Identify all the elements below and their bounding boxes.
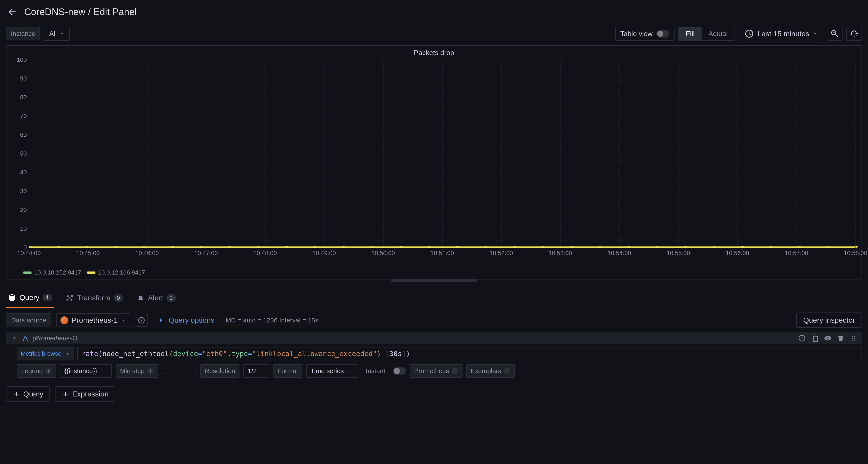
datasource-name: Prometheus-1	[72, 316, 118, 324]
format-select[interactable]: Time series	[306, 364, 358, 378]
chevron-down-icon	[10, 334, 18, 342]
time-range-label: Last 15 minutes	[757, 30, 809, 38]
trash-icon[interactable]	[837, 334, 845, 342]
refresh-icon	[849, 29, 859, 38]
panel-resize-handle[interactable]	[6, 279, 862, 283]
chevron-down-icon	[347, 369, 351, 373]
x-tick: 10:58:00	[844, 250, 867, 257]
tab-transform[interactable]: Transform 0	[64, 291, 125, 307]
eye-icon[interactable]	[824, 334, 832, 342]
chart-legend: 10.0.10.252:941710.0.12.166:9417	[6, 267, 862, 279]
x-tick: 10:48:00	[253, 250, 277, 257]
legend-item[interactable]: 10.0.10.252:9417	[23, 269, 81, 276]
variable-value: All	[49, 30, 57, 38]
x-tick: 10:49:00	[312, 250, 336, 257]
clock-icon	[744, 29, 754, 38]
arrow-left-icon	[7, 7, 17, 17]
chart-panel: Packets drop 0102030405060708090100 10:4…	[6, 45, 862, 279]
svg-point-4	[852, 336, 853, 337]
legend-label: Legend i	[17, 364, 56, 378]
tab-transform-count: 0	[114, 294, 123, 302]
query-row-header[interactable]: A (Prometheus-1) ?	[6, 332, 862, 344]
x-tick: 10:56:00	[726, 250, 749, 257]
transform-icon	[66, 294, 74, 302]
x-tick: 10:46:00	[135, 250, 159, 257]
resolution-select[interactable]: 1/2	[243, 364, 269, 378]
query-ref-id: A	[23, 334, 28, 342]
query-options-toggle[interactable]: Query options	[153, 313, 219, 327]
info-icon[interactable]: i	[45, 368, 52, 374]
svg-point-7	[854, 337, 855, 339]
x-tick: 10:44:00	[17, 250, 41, 257]
drag-handle-icon[interactable]	[850, 334, 858, 342]
y-tick: 100	[9, 56, 27, 63]
min-step-input[interactable]	[162, 368, 196, 374]
time-range-picker[interactable]: Last 15 minutes	[739, 26, 823, 41]
datasource-select[interactable]: Prometheus-1	[56, 313, 130, 327]
plus-icon	[62, 390, 69, 398]
instant-toggle[interactable]	[393, 367, 406, 375]
y-tick: 60	[9, 131, 27, 138]
x-tick: 10:51:00	[431, 250, 454, 257]
add-expression-button[interactable]: Expression	[55, 386, 115, 402]
y-tick: 20	[9, 206, 27, 213]
chevron-down-icon	[813, 31, 817, 36]
y-tick: 80	[9, 94, 27, 101]
actual-button[interactable]: Actual	[702, 27, 735, 40]
plus-icon	[12, 390, 20, 398]
question-circle-icon[interactable]: ?	[798, 334, 806, 342]
copy-icon[interactable]	[811, 334, 819, 342]
metrics-browser-button[interactable]: Metrics browser	[17, 347, 74, 360]
x-tick: 10:52:00	[490, 250, 513, 257]
promql-label1-val: "eth0"	[202, 350, 227, 358]
info-icon[interactable]: i	[504, 368, 510, 374]
bell-icon	[137, 294, 145, 302]
tab-alert-label: Alert	[148, 294, 163, 302]
format-label: Format	[273, 364, 302, 378]
tab-alert[interactable]: Alert 0	[134, 291, 178, 307]
back-button[interactable]	[6, 6, 18, 18]
query-inspector-button[interactable]: Query inspector	[796, 312, 862, 328]
x-tick: 10:45:00	[76, 250, 100, 257]
legend-input[interactable]: {{instance}}	[60, 364, 112, 378]
promql-fn: rate	[82, 350, 98, 358]
chevron-down-icon	[60, 31, 65, 36]
tab-query[interactable]: Query 1	[6, 290, 54, 308]
tab-alert-count: 0	[166, 294, 176, 302]
datasource-help-button[interactable]: ?	[135, 314, 148, 327]
fill-actual-segment: Fill Actual	[678, 27, 735, 41]
promql-editor[interactable]: rate(node_net_ethtool{device="eth0",type…	[77, 347, 862, 360]
svg-text:?: ?	[801, 336, 803, 340]
y-tick: 50	[9, 150, 27, 157]
datasource-label: Data source	[6, 313, 52, 327]
tab-transform-label: Transform	[77, 294, 110, 302]
chevron-down-icon	[121, 318, 126, 323]
variable-select[interactable]: All	[44, 27, 70, 41]
prometheus-link-label: Prometheus i	[410, 364, 463, 378]
toggle-off-icon	[656, 30, 669, 38]
add-expression-label: Expression	[72, 390, 108, 398]
svg-text:?: ?	[141, 318, 143, 323]
chart-canvas[interactable]: 0102030405060708090100 10:44:0010:45:001…	[9, 60, 859, 267]
promql-range: [30s]	[385, 350, 406, 358]
table-view-toggle[interactable]: Table view	[615, 27, 675, 41]
question-circle-icon: ?	[137, 317, 145, 324]
add-query-label: Query	[23, 390, 43, 398]
query-options-label: Query options	[168, 316, 214, 324]
variable-label: Instance	[6, 27, 40, 40]
y-tick: 70	[9, 113, 27, 120]
add-query-button[interactable]: Query	[6, 386, 50, 402]
fill-button[interactable]: Fill	[679, 27, 702, 40]
x-tick: 10:55:00	[666, 250, 690, 257]
tab-query-label: Query	[20, 293, 39, 302]
zoom-out-button[interactable]	[827, 27, 842, 40]
y-tick: 10	[9, 225, 27, 232]
table-view-label: Table view	[620, 30, 652, 38]
legend-item[interactable]: 10.0.12.166:9417	[87, 269, 145, 276]
svg-point-5	[854, 336, 855, 337]
legend-label: 10.0.12.166:9417	[98, 269, 145, 276]
x-tick: 10:57:00	[785, 250, 808, 257]
info-icon[interactable]: i	[147, 368, 154, 374]
refresh-button[interactable]	[846, 27, 862, 40]
info-icon[interactable]: i	[452, 368, 458, 374]
